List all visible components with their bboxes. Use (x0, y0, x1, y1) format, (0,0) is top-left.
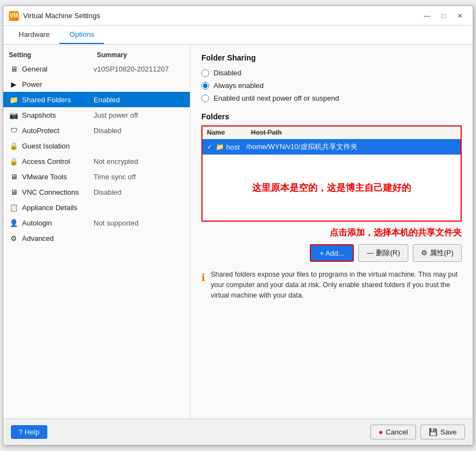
advanced-icon: ⚙ (9, 233, 19, 243)
radio-enabled-until-input[interactable] (201, 95, 209, 102)
radio-disabled-label: Disabled (214, 69, 242, 77)
maximize-button[interactable]: □ (436, 10, 451, 21)
folders-table: Name Host Path ✓ 📁 host /home/WYN/v10/虚拟… (201, 125, 462, 222)
sidebar-item-guest-isolation[interactable]: 🔒 Guest Isolation (3, 138, 190, 153)
sidebar-item-label: General (22, 65, 94, 73)
sidebar-item-summary: Just power off (94, 111, 184, 119)
tabs-bar: Hardware Options (3, 26, 473, 45)
minimize-button[interactable]: — (420, 10, 434, 21)
window-controls: — □ ✕ (420, 10, 467, 21)
sidebar-item-vmware-tools[interactable]: 🖥 VMware Tools Time sync off (3, 169, 190, 184)
window-title: Virtual Machine Settings (23, 12, 420, 20)
sidebar-item-summary: Not encrypted (94, 157, 184, 166)
autoprotect-icon: 🛡 (9, 125, 19, 135)
sidebar-item-label: Appliance Details (22, 204, 94, 212)
sidebar-item-summary: v10SP10820-20211207 (94, 65, 184, 73)
footer-right-buttons: ● Cancel 💾 Save (370, 425, 465, 439)
snapshots-icon: 📷 (9, 110, 19, 120)
path-col-header: Host Path (251, 129, 456, 136)
sidebar-item-autologin[interactable]: 👤 Autologin Not supported (3, 215, 190, 230)
footer: ? Help ● Cancel 💾 Save (3, 419, 473, 445)
sidebar-item-label: Guest Isolation (22, 142, 94, 150)
folder-name: host (226, 143, 240, 151)
radio-disabled[interactable]: Disabled (201, 69, 462, 77)
app-icon: VM (9, 11, 19, 21)
save-label: Save (440, 428, 457, 436)
sidebar-item-vnc-connections[interactable]: 🖥 VNC Connections Disabled (3, 184, 190, 200)
sidebar-item-shared-folders[interactable]: 📁 Shared Folders Enabled (3, 92, 190, 107)
cancel-button[interactable]: ● Cancel (370, 425, 416, 439)
warning-icon: ℹ (201, 271, 205, 300)
sidebar-item-summary: Not supported (94, 219, 184, 227)
folder-checked: ✓ (207, 143, 212, 151)
sidebar-item-access-control[interactable]: 🔒 Access Control Not encrypted (3, 153, 190, 169)
name-col-header: Name (207, 129, 251, 136)
sidebar-item-label: Snapshots (22, 111, 94, 119)
radio-enabled-until[interactable]: Enabled until next power off or suspend (201, 94, 462, 102)
radio-always-enabled-input[interactable] (201, 82, 209, 90)
warning-box: ℹ Shared folders expose your files to pr… (201, 270, 462, 300)
guest-isolation-icon: 🔒 (9, 141, 19, 151)
sidebar-item-label: Access Control (22, 157, 94, 166)
access-control-icon: 🔒 (9, 156, 19, 166)
appliance-details-icon: 📋 (9, 202, 19, 212)
sidebar: Setting Summary 🖥 General v10SP10820-202… (3, 45, 190, 419)
folder-sharing-options: Disabled Always enabled Enabled until ne… (201, 69, 462, 102)
folder-buttons: + Add... — 删除(R) ⚙ 属性(P) (201, 244, 462, 262)
folders-table-header: Name Host Path (203, 127, 461, 139)
sidebar-item-summary: Disabled (94, 127, 184, 135)
folder-sharing-title: Folder Sharing (201, 53, 462, 62)
sidebar-header: Setting Summary (3, 49, 190, 61)
sidebar-item-snapshots[interactable]: 📷 Snapshots Just power off (3, 107, 190, 123)
tab-hardware[interactable]: Hardware (9, 26, 59, 44)
annotation-bottom: 点击添加，选择本机的共享文件夹 (201, 227, 462, 239)
main-window: VM Virtual Machine Settings — □ ✕ Hardwa… (3, 6, 473, 446)
save-button[interactable]: 💾 Save (420, 425, 465, 439)
warning-text: Shared folders expose your files to prog… (211, 270, 462, 300)
sidebar-item-label: VMware Tools (22, 173, 94, 181)
summary-col-header: Summary (97, 51, 184, 59)
radio-enabled-until-label: Enabled until next power off or suspend (214, 94, 339, 102)
annotation-empty-note: 这里原本是空的，这是博主自己建好的 (203, 155, 461, 221)
sidebar-item-advanced[interactable]: ⚙ Advanced (3, 230, 190, 246)
sidebar-item-label: AutoProtect (22, 127, 94, 135)
sidebar-item-label: Shared Folders (22, 96, 94, 104)
shared-folders-icon: 📁 (9, 95, 19, 105)
remove-button[interactable]: — 删除(R) (358, 244, 408, 262)
setting-col-header: Setting (9, 51, 97, 59)
sidebar-item-power[interactable]: ▶ Power (3, 76, 190, 92)
power-icon: ▶ (9, 79, 19, 89)
content-area: Setting Summary 🖥 General v10SP10820-202… (3, 45, 473, 419)
sidebar-item-general[interactable]: 🖥 General v10SP10820-20211207 (3, 61, 190, 76)
properties-button[interactable]: ⚙ 属性(P) (413, 244, 462, 262)
sidebar-item-label: Advanced (22, 234, 94, 243)
folder-icon: 📁 (216, 143, 224, 151)
vnc-connections-icon: 🖥 (9, 187, 19, 197)
sidebar-item-autoprotect[interactable]: 🛡 AutoProtect Disabled (3, 123, 190, 138)
tab-options[interactable]: Options (59, 26, 104, 44)
main-panel: Folder Sharing Disabled Always enabled E… (190, 45, 473, 419)
vmware-tools-icon: 🖥 (9, 172, 19, 182)
sidebar-item-appliance-details[interactable]: 📋 Appliance Details (3, 200, 190, 215)
sidebar-item-label: VNC Connections (22, 188, 94, 196)
autologin-icon: 👤 (9, 218, 19, 228)
sidebar-item-label: Autologin (22, 219, 94, 227)
radio-always-enabled-label: Always enabled (214, 81, 264, 90)
help-button[interactable]: ? Help (11, 425, 47, 439)
sidebar-item-summary: Time sync off (94, 173, 184, 181)
sidebar-item-summary: Enabled (94, 96, 184, 104)
cancel-label: Cancel (386, 428, 408, 436)
folder-row[interactable]: ✓ 📁 host /home/WYN/v10/虚拟机共享文件夹 (203, 139, 461, 155)
sidebar-item-summary: Disabled (94, 188, 184, 196)
sidebar-item-label: Power (22, 80, 94, 89)
radio-disabled-input[interactable] (201, 69, 209, 77)
titlebar: VM Virtual Machine Settings — □ ✕ (3, 6, 473, 26)
add-button[interactable]: + Add... (310, 244, 354, 262)
close-button[interactable]: ✕ (453, 10, 467, 21)
folders-title: Folders (201, 112, 462, 121)
radio-always-enabled[interactable]: Always enabled (201, 81, 462, 90)
general-icon: 🖥 (9, 64, 19, 74)
folder-path: /home/WYN/v10/虚拟机共享文件夹 (247, 142, 358, 152)
